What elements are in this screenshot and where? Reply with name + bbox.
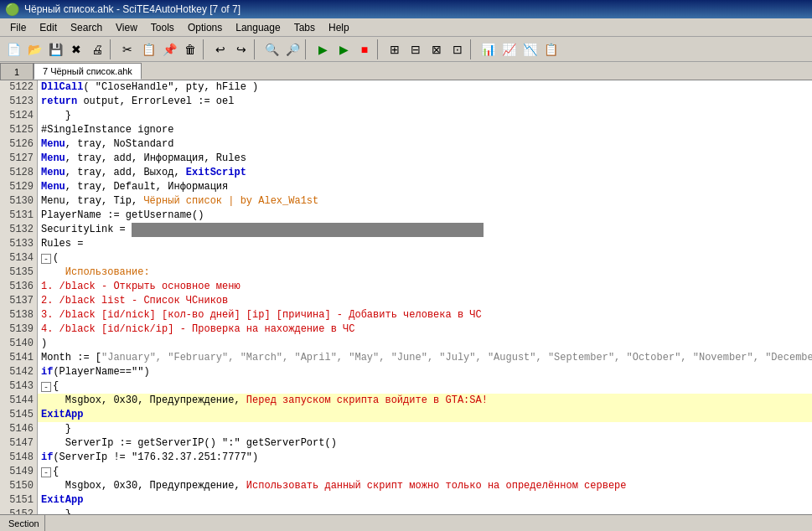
code-line-5144: Msgbox, 0x30, Предупреждение, Перед запу… — [38, 394, 812, 408]
separator-1 — [110, 39, 115, 59]
code-line-5146: } — [38, 422, 812, 436]
btn-d[interactable]: ⊡ — [447, 39, 468, 59]
code-line-5128: Menu, tray, add, Выход, ExitScript — [38, 166, 812, 180]
line-num-5133: 5133 — [0, 237, 37, 251]
code-line-5152: } — [38, 508, 812, 514]
find-next-button[interactable]: 🔎 — [282, 39, 303, 59]
line-num-5152: 5152 — [0, 508, 37, 514]
menu-item-options[interactable]: Options — [181, 20, 229, 35]
menu-item-view[interactable]: View — [109, 20, 144, 35]
open-button[interactable]: 📂 — [24, 39, 44, 59]
tabbar: 1 7 Чёрный список.ahk — [0, 62, 812, 80]
separator-3 — [254, 39, 259, 59]
code-line-5134: -( — [38, 251, 812, 266]
code-line-5136: 1. /black - Открыть основное меню — [38, 280, 812, 294]
code-line-5147: ServerIp := getServerIP() ":" getServerP… — [38, 436, 812, 451]
line-num-5141: 5141 — [0, 351, 37, 365]
btn-e[interactable]: 📊 — [478, 39, 498, 59]
code-line-5130: Menu, tray, Tip, Чёрный список | by Alex… — [38, 194, 812, 209]
line-num-5126: 5126 — [0, 137, 37, 152]
compile-button[interactable]: ▶ — [313, 39, 333, 59]
menubar: FileEditSearchViewToolsOptionsLanguageTa… — [0, 18, 812, 37]
line-num-5122: 5122 — [0, 80, 37, 95]
close-button[interactable]: ✖ — [66, 39, 86, 59]
code-line-5123: return output, ErrorLevel := oel — [38, 95, 812, 109]
find-button[interactable]: 🔍 — [261, 39, 282, 59]
line-num-5135: 5135 — [0, 266, 37, 280]
code-line-5122: DllCall( "CloseHandle", pty, hFile ) — [38, 80, 812, 95]
save-button[interactable]: 💾 — [45, 39, 65, 59]
run-button[interactable]: ▶ — [334, 39, 354, 59]
line-num-5148: 5148 — [0, 451, 37, 465]
code-line-5135: Использование: — [38, 266, 812, 280]
new-button[interactable]: 📄 — [3, 39, 23, 59]
copy-button[interactable]: 📋 — [138, 39, 158, 59]
code-line-5127: Menu, tray, add, Информация, Rules — [38, 152, 812, 166]
code-line-5133: Rules = — [38, 237, 812, 251]
line-num-5128: 5128 — [0, 166, 37, 180]
code-line-5125: #SingleInstance ignore — [38, 123, 812, 137]
code-line-5139: 4. /black [id/nick/ip] - Проверка на нах… — [38, 322, 812, 337]
separator-2 — [203, 39, 208, 59]
line-num-5140: 5140 — [0, 337, 37, 351]
redo-button[interactable]: ↪ — [231, 39, 251, 59]
line-num-5146: 5146 — [0, 422, 37, 436]
undo-button[interactable]: ↩ — [210, 39, 230, 59]
delete-button[interactable]: 🗑 — [180, 39, 200, 59]
menu-item-file[interactable]: File — [3, 20, 33, 35]
btn-c[interactable]: ⊠ — [427, 39, 447, 59]
btn-a[interactable]: ⊞ — [385, 39, 405, 59]
btn-h[interactable]: 📋 — [540, 39, 561, 59]
code-area[interactable]: DllCall( "CloseHandle", pty, hFile ) ret… — [38, 80, 812, 514]
menu-item-edit[interactable]: Edit — [33, 20, 64, 35]
line-num-5125: 5125 — [0, 123, 37, 137]
code-line-5131: PlayerName := getUsername() — [38, 209, 812, 223]
code-line-5124: } — [38, 109, 812, 123]
code-line-5150: Msgbox, 0x30, Предупреждение, Использова… — [38, 479, 812, 493]
line-num-5137: 5137 — [0, 294, 37, 308]
menu-item-language[interactable]: Language — [229, 20, 287, 35]
code-container: 5122512351245125512651275128512951305131… — [0, 80, 812, 514]
menu-item-tabs[interactable]: Tabs — [287, 20, 322, 35]
separator-6 — [470, 39, 475, 59]
print-button[interactable]: 🖨 — [87, 39, 107, 59]
line-num-5149: 5149 — [0, 465, 37, 479]
line-num-5144: 5144 — [0, 394, 37, 408]
btn-b[interactable]: ⊟ — [406, 39, 426, 59]
menu-item-search[interactable]: Search — [64, 20, 109, 35]
paste-button[interactable]: 📌 — [159, 39, 179, 59]
code-line-5138: 3. /black [id/nick] [кол-во дней] [ip] [… — [38, 308, 812, 322]
code-line-5149: -{ — [38, 465, 812, 479]
line-num-5134: 5134 — [0, 251, 37, 266]
code-line-5126: Menu, tray, NoStandard — [38, 137, 812, 152]
line-num-5129: 5129 — [0, 180, 37, 194]
line-num-5151: 5151 — [0, 493, 37, 508]
line-num-5136: 5136 — [0, 280, 37, 294]
menu-item-help[interactable]: Help — [322, 20, 356, 35]
line-num-5139: 5139 — [0, 322, 37, 337]
stop-button[interactable]: ■ — [354, 39, 375, 59]
line-num-5131: 5131 — [0, 209, 37, 223]
line-num-5124: 5124 — [0, 109, 37, 123]
file-tab[interactable]: 7 Чёрный список.ahk — [34, 63, 142, 80]
toolbar: 📄 📂 💾 ✖ 🖨 ✂ 📋 📌 🗑 ↩ ↪ 🔍 🔎 ▶ ▶ ■ ⊞ ⊟ ⊠ ⊡ … — [0, 37, 812, 62]
menu-item-tools[interactable]: Tools — [144, 20, 181, 35]
title-text: Чёрный список.ahk - SciTE4AutoHotkey [7 … — [24, 3, 240, 15]
separator-4 — [305, 39, 310, 59]
btn-g[interactable]: 📉 — [520, 39, 540, 59]
code-line-5137: 2. /black list - Список ЧСников — [38, 294, 812, 308]
cut-button[interactable]: ✂ — [117, 39, 137, 59]
code-line-5145: ExitApp — [38, 408, 812, 422]
code-line-5140: ) — [38, 337, 812, 351]
code-line-5129: Menu, tray, Default, Информация — [38, 180, 812, 194]
line-num-5123: 5123 — [0, 95, 37, 109]
titlebar: 🟢 Чёрный список.ahk - SciTE4AutoHotkey [… — [0, 0, 812, 18]
line-num-5145: 5145 — [0, 408, 37, 422]
line-number-indicator: 1 — [0, 63, 34, 80]
line-num-5130: 5130 — [0, 194, 37, 209]
btn-f[interactable]: 📈 — [499, 39, 519, 59]
line-num-5143: 5143 — [0, 379, 37, 394]
code-line-5151: ExitApp — [38, 493, 812, 508]
separator-5 — [377, 39, 382, 59]
line-num-5132: 5132 — [0, 223, 37, 237]
